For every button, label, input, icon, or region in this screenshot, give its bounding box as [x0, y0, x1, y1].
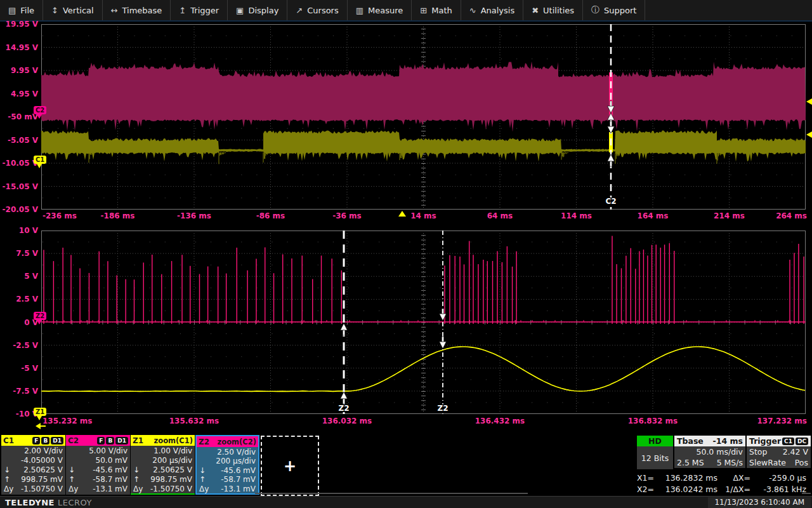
menu-item-support[interactable]: ⓘSupport — [583, 0, 645, 20]
trigger-mode: Stop — [749, 446, 767, 457]
trigger-box[interactable]: TriggerC1DC Stop2.42 V SlewRatePos — [747, 436, 811, 468]
x-axis-label: -186 ms — [89, 211, 147, 220]
offset-value: -4.05000 V — [21, 456, 63, 465]
menu-item-label: Trigger — [190, 6, 219, 15]
scroll-indicator-end — [802, 493, 811, 494]
datetime: 11/13/2023 6:10:40 AM — [708, 497, 811, 508]
channel-descriptor-c2[interactable]: C2 FBD1 5.00 V/div 50.0 mV ↓-45.6 mV ↑-5… — [66, 435, 130, 495]
z1-trace[interactable] — [41, 347, 805, 391]
menu-item-label: Utilities — [543, 6, 574, 15]
cursor-down-value: 2.50625 V — [153, 465, 192, 475]
menu-item-label: Display — [248, 6, 278, 15]
zoom-descriptor-z1[interactable]: Z1 zoom(C1) 1.00 V/div 200 µs/div ↓2.506… — [131, 435, 195, 495]
delta-y-prefix: Δy — [4, 485, 13, 494]
c1-channel-marker[interactable]: C1 — [34, 156, 46, 164]
menu-item-label: Math — [431, 6, 452, 15]
trigger-icon: ↥ — [179, 6, 186, 15]
zoom-source: zoom(C1) — [154, 436, 193, 445]
menu-item-label: Timebase — [122, 6, 162, 15]
trigger-type: SlewRate — [749, 457, 786, 468]
zoom-title: Z1 — [133, 436, 143, 445]
cursor-down-value: -45.6 mV — [221, 466, 256, 475]
plus-icon: + — [284, 457, 296, 475]
badge-d1: D1 — [115, 437, 128, 444]
y-axis-label: -2.5 V — [0, 341, 38, 350]
menu-item-file[interactable]: ▤File — [0, 0, 43, 20]
channel-descriptor-c1[interactable]: C1 FBD1 2.00 V/div -4.05000 V ↓2.50625 V… — [1, 435, 65, 495]
brand-teledyne: TELEDYNE — [5, 498, 55, 507]
menu-item-label: Vertical — [63, 6, 94, 15]
menu-item-measure[interactable]: ▥Measure — [348, 0, 412, 20]
menu-item-vertical[interactable]: ↕Vertical — [43, 0, 103, 20]
timebase-title: Tbase — [677, 436, 704, 446]
scroll-indicator[interactable] — [255, 493, 528, 494]
cursor-up-prefix: ↑ — [69, 475, 75, 485]
cursor-up-value: -58.7 mV — [93, 475, 128, 485]
inv-dx-label: 1/ΔX= — [717, 484, 750, 495]
x-axis-label: -36 ms — [318, 211, 376, 220]
x-axis-label: -86 ms — [242, 211, 299, 220]
level-marker-icon[interactable] — [806, 131, 812, 138]
oscilloscope-screen: ▤File ↕Vertical ↔Timebase ↥Trigger ▣Disp… — [0, 0, 812, 508]
menu-item-cursors[interactable]: ↗Cursors — [287, 0, 347, 20]
cursor-down-prefix: ↓ — [199, 466, 206, 475]
x-axis-label: 264 ms — [750, 211, 807, 220]
file-icon: ▤ — [8, 6, 16, 15]
y-axis-label: 7.5 V — [0, 249, 38, 258]
cursor-readout: X1= 136.2832 ms ΔX= -259.0 µs X2= 136.02… — [637, 472, 812, 495]
trigger-level-marker-icon[interactable] — [806, 98, 812, 105]
inv-dx-value: -3.861 kHz — [750, 484, 806, 495]
cursor-up-prefix: ↑ — [199, 475, 206, 484]
delta-y-value: -1.50750 V — [150, 485, 192, 494]
z1-channel-marker[interactable]: Z1 — [34, 408, 46, 416]
calculator-icon: ⊞ — [420, 6, 427, 15]
cursor-up-value: 998.75 mV — [150, 475, 192, 485]
svg-text:C2: C2 — [605, 197, 616, 206]
z2-channel-marker[interactable]: Z2 — [34, 312, 46, 320]
y-axis-label: 19.95 V — [0, 20, 38, 29]
x1-value: 136.2832 ms — [658, 472, 717, 484]
vdiv-value: 2.00 V/div — [24, 446, 63, 456]
sample-rate: 5 MS/s — [717, 457, 743, 468]
menu-item-trigger[interactable]: ↥Trigger — [171, 0, 228, 20]
z2-offset-arrow-icon — [37, 320, 42, 324]
y-axis-label: -10.05 V — [0, 159, 38, 168]
x-axis-label: -136 ms — [166, 211, 223, 220]
vdiv-value: 2.50 V/div — [217, 448, 256, 457]
cursor-down-value: 2.50625 V — [23, 465, 63, 475]
x-axis-label: 135.632 ms — [166, 417, 223, 425]
hd-mode-box[interactable]: HD 12 Bits — [637, 436, 673, 469]
menu-bar: ▤File ↕Vertical ↔Timebase ↥Trigger ▣Disp… — [0, 0, 812, 22]
menu-item-analysis[interactable]: ∿Analysis — [461, 0, 523, 20]
timebase-offset: -14 ms — [713, 436, 743, 446]
x-axis-label: 135.232 ms — [43, 417, 100, 425]
add-trace-slot[interactable]: + — [261, 436, 319, 496]
delta-y-value: -13.1 mV — [93, 485, 128, 494]
y-axis-label: -5 V — [0, 364, 38, 373]
trigger-time-marker-icon[interactable] — [398, 211, 406, 217]
c2-trace[interactable] — [41, 62, 806, 132]
timebase-box[interactable]: Tbase-14 ms 50.0 ms/div 2.5 MS5 MS/s — [674, 436, 745, 468]
menu-item-display[interactable]: ▣Display — [228, 0, 287, 20]
badge-b: B — [41, 437, 49, 444]
x-axis-label: 136.432 ms — [471, 417, 528, 425]
menu-item-timebase[interactable]: ↔Timebase — [103, 0, 171, 20]
cursor-up-value: -58.7 mV — [221, 475, 256, 484]
zoom-descriptor-z2-selected[interactable]: Z2 zoom(C2) 2.50 V/div 200 µs/div ↓-45.6… — [195, 435, 259, 495]
menu-item-math[interactable]: ⊞Math — [412, 0, 461, 20]
timebase-value: 200 µs/div — [152, 456, 192, 465]
cursor-down-prefix: ↓ — [4, 465, 10, 475]
x1-label: X1= — [637, 472, 658, 484]
cursor-down-prefix: ↓ — [133, 465, 140, 475]
c2-channel-marker[interactable]: C2 — [34, 106, 46, 114]
cursor-pointer-icon: ↗ — [296, 6, 303, 15]
y-axis-label: 2.5 V — [0, 295, 38, 304]
y-axis-label: 10 V — [0, 226, 38, 235]
cursor-up-value: 998.75 mV — [21, 475, 63, 485]
badge-d1: D1 — [51, 437, 63, 444]
x-axis-label: 137.232 ms — [750, 417, 807, 425]
trigger-slope: Pos — [795, 457, 808, 468]
horizontal-arrows-icon: ↔ — [111, 6, 118, 15]
menu-item-utilities[interactable]: ✖Utilities — [523, 0, 583, 20]
cursor-down-value: -45.6 mV — [93, 465, 128, 475]
